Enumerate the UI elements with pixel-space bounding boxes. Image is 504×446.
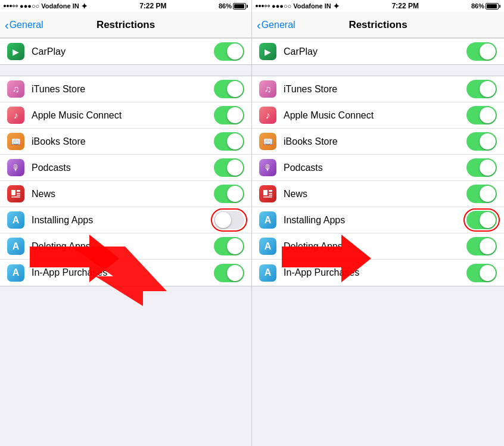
icon-ibooks-left: 📖 [7, 133, 24, 150]
row-carplay-left: ▶ CarPlay [0, 38, 251, 64]
toggle-inapp-right[interactable] [466, 264, 497, 282]
icon-deleting-left: A [7, 238, 24, 255]
svg-rect-4 [11, 197, 20, 198]
back-chevron-right: ‹ [257, 19, 261, 31]
status-left-left: ●●●○○ Vodafone IN ✦ [4, 2, 88, 11]
back-label-right[interactable]: General [262, 20, 295, 30]
label-news-right: News [284, 189, 466, 199]
label-installing-left: Installing Apps [32, 215, 214, 226]
panel-left: ▶ CarPlay ♫ iTunes Store [0, 38, 252, 446]
toggle-news-left[interactable] [214, 185, 244, 203]
toggle-ibooks-left[interactable] [214, 132, 244, 151]
toggle-applemusic-right[interactable] [466, 106, 497, 124]
svg-rect-8 [269, 193, 272, 194]
svg-rect-3 [17, 195, 20, 196]
toggle-podcasts-right[interactable] [466, 158, 497, 177]
label-ibooks-right: iBooks Store [284, 136, 466, 147]
row-news-left: News [0, 181, 251, 207]
label-ibooks-left: iBooks Store [32, 136, 214, 147]
label-carplay-left: CarPlay [32, 46, 214, 57]
label-deleting-right: Deleting Apps [284, 241, 466, 252]
row-deleting-right: A Deleting Apps [252, 233, 504, 260]
svg-rect-0 [11, 190, 15, 195]
toggle-ibooks-right[interactable] [466, 132, 497, 151]
back-label-left[interactable]: General [10, 20, 43, 30]
svg-rect-9 [269, 195, 272, 196]
toggle-carplay-right[interactable] [466, 42, 497, 61]
icon-news-left [7, 185, 24, 202]
signal-dots-right [256, 5, 270, 7]
row-ibooks-left: 📖 iBooks Store [0, 129, 251, 155]
row-podcasts-right: 🎙 Podcasts [252, 155, 504, 181]
signal-dots-left [4, 5, 18, 7]
app-container: ●●●○○ Vodafone IN ✦ 7:22 PM 86% [0, 0, 504, 446]
toggle-applemusic-left[interactable] [214, 106, 244, 124]
svg-rect-2 [17, 193, 20, 194]
toggle-installing-left[interactable] [214, 211, 244, 229]
row-podcasts-left: 🎙 Podcasts [0, 155, 251, 181]
status-bar-left: ●●●○○ Vodafone IN ✦ 7:22 PM 86% [0, 0, 252, 12]
row-itunes-right: ♫ iTunes Store [252, 76, 504, 102]
nav-title-left: Restrictions [97, 19, 155, 31]
row-deleting-left: A Deleting Apps [0, 233, 251, 260]
toggle-carplay-left[interactable] [214, 42, 244, 61]
toggle-podcasts-left[interactable] [214, 158, 244, 177]
label-podcasts-right: Podcasts [284, 163, 466, 173]
nav-bar-right: ‹ General Restrictions [252, 12, 504, 38]
panel-right: ▶ CarPlay ♫ iTunes Store [252, 38, 504, 446]
svg-rect-1 [17, 190, 20, 192]
row-ibooks-right: 📖 iBooks Store [252, 129, 504, 155]
battery-icon-left [233, 3, 248, 10]
icon-carplay-right: ▶ [259, 43, 276, 60]
label-applemusic-left: Apple Music Connect [32, 110, 214, 121]
back-button-right[interactable]: ‹ General [257, 19, 295, 31]
icon-carplay-left: ▶ [7, 43, 24, 60]
label-applemusic-right: Apple Music Connect [284, 110, 466, 121]
icon-inapp-right: A [259, 264, 276, 282]
status-right-left: ●●●○○ Vodafone IN ✦ [256, 2, 340, 11]
section-gap-1-right [252, 65, 504, 76]
label-inapp-left: In-App Purchases [32, 267, 214, 278]
section-gap-1-left [0, 65, 251, 76]
battery-pct-left: 86% [219, 2, 232, 10]
icon-podcasts-right: 🎙 [259, 159, 276, 176]
status-bar-right: ●●●○○ Vodafone IN ✦ 7:22 PM 86% [252, 0, 504, 12]
icon-deleting-right: A [259, 238, 276, 255]
back-button-left[interactable]: ‹ General [5, 19, 43, 31]
icon-itunes-right: ♫ [259, 80, 276, 98]
toggle-itunes-right[interactable] [466, 80, 497, 98]
svg-rect-10 [263, 197, 272, 198]
carrier-left: ●●●○○ Vodafone IN [20, 2, 79, 10]
toggle-inapp-left[interactable] [214, 264, 244, 282]
svg-rect-6 [263, 190, 267, 195]
toggle-news-right[interactable] [466, 185, 497, 203]
label-deleting-left: Deleting Apps [32, 241, 214, 252]
toggle-itunes-left[interactable] [214, 80, 244, 98]
label-podcasts-left: Podcasts [32, 163, 214, 173]
toggle-deleting-right[interactable] [466, 237, 497, 255]
svg-rect-7 [269, 190, 272, 192]
row-inapp-left: A In-App Purchases [0, 260, 251, 286]
icon-installing-left: A [7, 211, 24, 229]
carrier-right: ●●●○○ Vodafone IN [272, 2, 331, 10]
battery-area-right: 86% [471, 2, 500, 10]
row-applemusic-left: ♪ Apple Music Connect [0, 102, 251, 129]
battery-icon-right [486, 3, 500, 10]
row-installing-right: A Installing Apps [252, 207, 504, 233]
toggle-installing-right[interactable] [466, 211, 497, 229]
nav-title-right: Restrictions [349, 19, 407, 31]
toggle-deleting-left[interactable] [214, 237, 244, 255]
nav-bar-left: ‹ General Restrictions [0, 12, 252, 38]
row-applemusic-right: ♪ Apple Music Connect [252, 102, 504, 129]
label-itunes-left: iTunes Store [32, 84, 214, 95]
label-itunes-right: iTunes Store [284, 84, 466, 95]
carplay-group-right: ▶ CarPlay [252, 38, 504, 65]
icon-itunes-left: ♫ [7, 80, 24, 98]
label-installing-right: Installing Apps [284, 215, 466, 226]
icon-applemusic-left: ♪ [7, 107, 24, 124]
battery-area-left: 86% [219, 2, 248, 10]
label-inapp-right: In-App Purchases [284, 267, 466, 278]
list-group-right: ♫ iTunes Store ♪ Apple Music Connect [252, 76, 504, 286]
time-left: 7:22 PM [139, 2, 166, 10]
status-bars: ●●●○○ Vodafone IN ✦ 7:22 PM 86% [0, 0, 504, 12]
